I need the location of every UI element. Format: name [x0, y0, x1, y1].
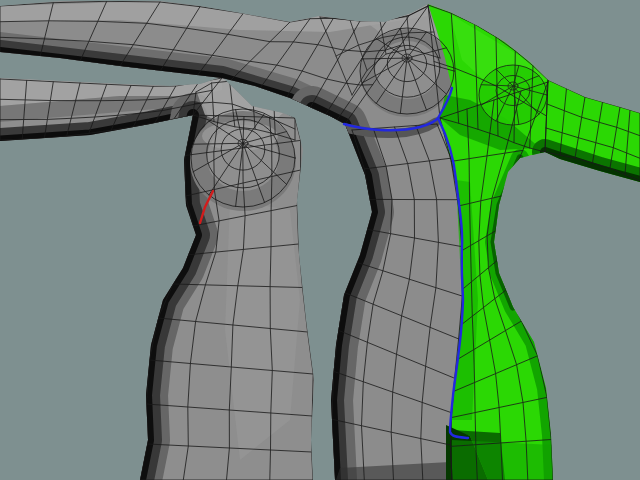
3d-viewport[interactable] [0, 0, 640, 480]
viewport-canvas[interactable] [0, 0, 640, 480]
